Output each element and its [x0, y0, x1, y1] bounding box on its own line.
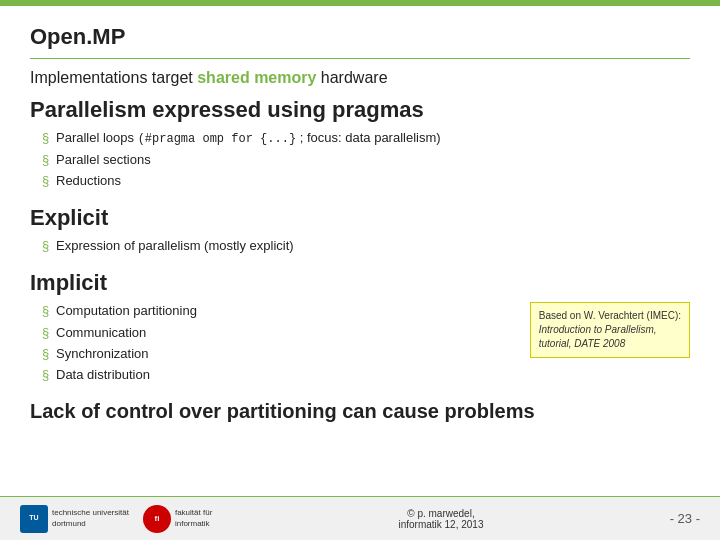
- list-item: Reductions: [42, 172, 690, 190]
- code-text: (#pragma omp for {...}: [138, 132, 296, 146]
- implicit-section: Computation partitioning Communication S…: [30, 302, 690, 392]
- focus-note: ; focus: data parallelism): [300, 130, 441, 145]
- list-item: Data distribution: [42, 366, 520, 384]
- section2-bullet-list: Expression of parallelism (mostly explic…: [30, 237, 690, 258]
- divider: [30, 58, 690, 59]
- tu-logo: TU technische universität dortmund: [20, 505, 129, 533]
- list-item: Parallel loops (#pragma omp for {...} ; …: [42, 129, 690, 148]
- subtitle-text-before: Implementations target: [30, 69, 197, 86]
- note-box: Based on W. Verachtert (IMEC): Introduct…: [530, 302, 690, 358]
- bullet-text: Computation partitioning: [56, 303, 197, 318]
- note-line1: Based on W. Verachtert (IMEC):: [539, 310, 681, 321]
- note-line2: Introduction to Parallelism,: [539, 324, 657, 335]
- footer-center-line2: informatik 12, 2013: [398, 519, 483, 530]
- content: Open.MP Implementations target shared me…: [0, 6, 720, 496]
- list-item: Communication: [42, 324, 520, 342]
- list-item: Synchronization: [42, 345, 520, 363]
- list-item: Computation partitioning: [42, 302, 520, 320]
- note-line3: tutorial, DATE 2008: [539, 338, 626, 349]
- bullet-text: Parallel loops (#pragma omp for {...} ; …: [56, 130, 441, 145]
- subtitle-highlight1: shared: [197, 69, 249, 86]
- bottom-statement: Lack of control over partitioning can ca…: [30, 400, 690, 423]
- footer-center-line1: © p. marwedel,: [407, 508, 474, 519]
- footer-logos: TU technische universität dortmund fi fa…: [20, 505, 212, 533]
- slide: Open.MP Implementations target shared me…: [0, 0, 720, 540]
- slide-title: Open.MP: [30, 24, 690, 50]
- footer-page-number: - 23 -: [670, 511, 700, 526]
- section3-heading: Implicit: [30, 270, 690, 296]
- bullet-text: Data distribution: [56, 367, 150, 382]
- subtitle-text-after: hardware: [316, 69, 387, 86]
- section3-bullet-list: Computation partitioning Communication S…: [30, 302, 520, 384]
- fi-logo-circle: fi: [143, 505, 171, 533]
- implicit-bullets: Computation partitioning Communication S…: [30, 302, 520, 392]
- bullet-text: Communication: [56, 325, 146, 340]
- footer-center: © p. marwedel, informatik 12, 2013: [398, 508, 483, 530]
- bullet-text: Parallel sections: [56, 152, 151, 167]
- section2-heading: Explicit: [30, 205, 690, 231]
- tu-logo-box: TU: [20, 505, 48, 533]
- section1-bullet-list: Parallel loops (#pragma omp for {...} ; …: [30, 129, 690, 193]
- list-item: Parallel sections: [42, 151, 690, 169]
- bullet-text: Reductions: [56, 173, 121, 188]
- bullet-text: Synchronization: [56, 346, 149, 361]
- fi-logo-text: fakultät für informatik: [175, 508, 212, 529]
- list-item: Expression of parallelism (mostly explic…: [42, 237, 690, 255]
- section1-heading: Parallelism expressed using pragmas: [30, 97, 690, 123]
- footer: TU technische universität dortmund fi fa…: [0, 496, 720, 540]
- tu-logo-text: technische universität dortmund: [52, 508, 129, 529]
- bullet-text: Expression of parallelism (mostly explic…: [56, 238, 294, 253]
- subtitle-line: Implementations target shared memory har…: [30, 69, 690, 87]
- fi-logo: fi fakultät für informatik: [143, 505, 212, 533]
- subtitle-highlight2: memory: [254, 69, 316, 86]
